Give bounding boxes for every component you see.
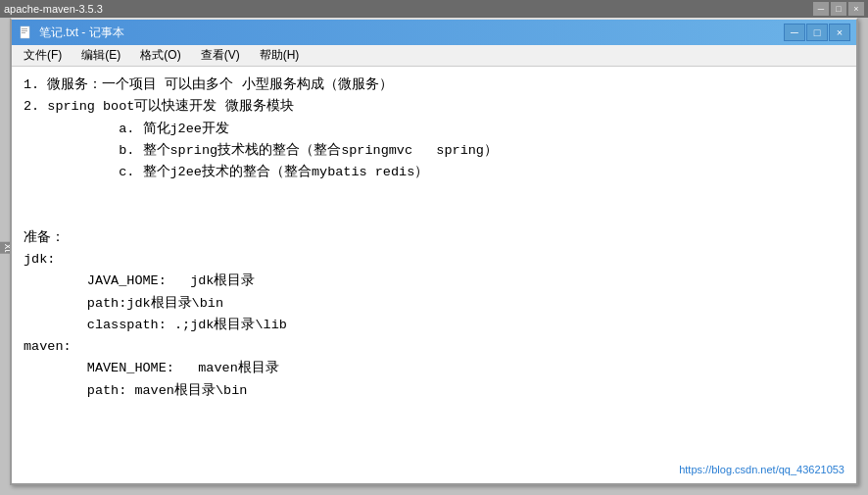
notepad-menubar: 文件(F) 编辑(E) 格式(O) 查看(V) 帮助(H): [12, 45, 856, 67]
menu-format[interactable]: 格式(O): [132, 46, 188, 65]
bg-minimize-button[interactable]: ─: [813, 2, 829, 16]
menu-edit[interactable]: 编辑(E): [73, 46, 128, 65]
notepad-title-text: 笔记.txt - 记事本: [39, 25, 124, 41]
bg-maximize-button[interactable]: □: [831, 2, 846, 16]
notepad-minimize-button[interactable]: ─: [784, 24, 805, 41]
notepad-icon: [18, 25, 33, 40]
notepad-text-content[interactable]: 1. 微服务：一个项目 可以由多个 小型服务构成（微服务） 2. spring …: [12, 67, 856, 483]
menu-view[interactable]: 查看(V): [193, 46, 248, 65]
menu-help[interactable]: 帮助(H): [252, 46, 308, 65]
bg-controls: ─ □ ×: [813, 2, 864, 16]
svg-rect-2: [22, 30, 27, 31]
menu-file[interactable]: 文件(F): [16, 46, 70, 65]
bg-close-button[interactable]: ×: [848, 2, 864, 16]
notepad-window: 笔记.txt - 记事本 ─ □ × 文件(F) 编辑(E) 格式(O) 查看(…: [10, 18, 858, 485]
notepad-titlebar: 笔记.txt - 记事本 ─ □ ×: [12, 20, 856, 45]
notepad-title-buttons: ─ □ ×: [784, 24, 850, 41]
document-icon: [19, 25, 32, 39]
watermark: https://blog.csdn.net/qq_43621053: [679, 464, 844, 475]
outer-wrapper: apache-maven-3.5.3 ─ □ × xt 笔记.txt - 记: [0, 0, 868, 495]
svg-rect-3: [22, 32, 25, 33]
notepad-close-button[interactable]: ×: [829, 24, 850, 41]
notepad-content-area: 1. 微服务：一个项目 可以由多个 小型服务构成（微服务） 2. spring …: [12, 67, 856, 483]
background-titlebar: apache-maven-3.5.3 ─ □ ×: [0, 0, 868, 18]
background-title: apache-maven-3.5.3: [4, 3, 103, 15]
notepad-maximize-button[interactable]: □: [806, 24, 828, 41]
notepad-title-left: 笔记.txt - 记事本: [18, 25, 124, 41]
svg-rect-1: [22, 28, 27, 29]
